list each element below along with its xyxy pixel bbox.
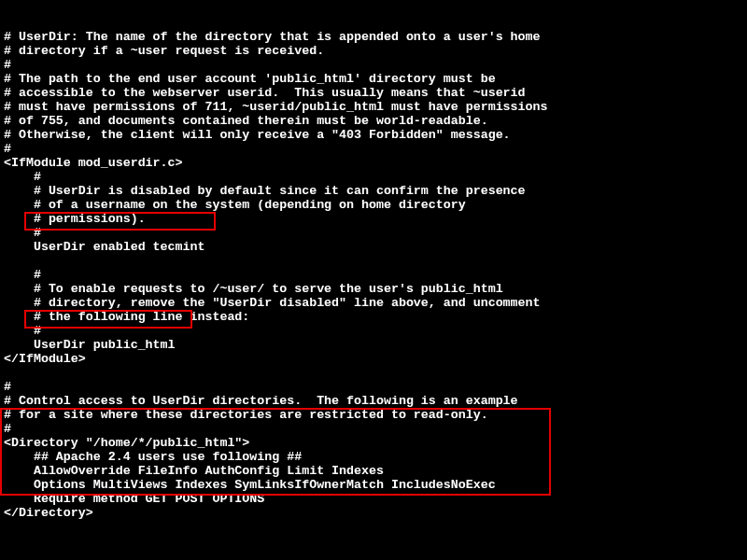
config-line: ## Apache 2.4 users use following ## xyxy=(4,450,743,464)
config-line: # To enable requests to /~user/ to serve… xyxy=(4,282,743,296)
terminal-window[interactable]: # UserDir: The name of the directory tha… xyxy=(0,0,747,560)
config-line: AllowOverride FileInfo AuthConfig Limit … xyxy=(4,464,743,478)
config-line: # of 755, and documents contained therei… xyxy=(4,114,743,128)
config-line: # Otherwise, the client will only receiv… xyxy=(4,128,743,142)
config-line: # xyxy=(4,58,743,72)
config-line: # must have permissions of 711, ~userid/… xyxy=(4,100,743,114)
config-line: # xyxy=(4,268,743,282)
config-line: # of a username on the system (depending… xyxy=(4,198,743,212)
config-line: # xyxy=(4,226,743,240)
config-line: # directory, remove the "UserDir disable… xyxy=(4,296,743,310)
config-line xyxy=(4,548,743,560)
config-line: # the following line instead: xyxy=(4,310,743,324)
config-line: # permissions). xyxy=(4,212,743,226)
config-line: </IfModule> xyxy=(4,352,743,366)
config-line: # xyxy=(4,170,743,184)
config-file-content: # UserDir: The name of the directory tha… xyxy=(4,30,743,560)
config-line: # Control access to UserDir directories.… xyxy=(4,394,743,408)
config-line: # accessible to the webserver userid. Th… xyxy=(4,86,743,100)
config-line: # xyxy=(4,422,743,436)
config-line xyxy=(4,254,743,268)
config-line: # xyxy=(4,324,743,338)
config-line: </Directory> xyxy=(4,506,743,520)
config-line xyxy=(4,520,743,534)
config-line xyxy=(4,366,743,380)
config-line: Require method GET POST OPTIONS xyxy=(4,492,743,506)
config-line: Options MultiViews Indexes SymLinksIfOwn… xyxy=(4,478,743,492)
config-line: UserDir enabled tecmint xyxy=(4,240,743,254)
config-line: # for a site where these directories are… xyxy=(4,408,743,422)
config-line: <Directory "/home/*/public_html"> xyxy=(4,436,743,450)
config-line: # UserDir is disabled by default since i… xyxy=(4,184,743,198)
config-line: # The path to the end user account 'publ… xyxy=(4,72,743,86)
config-line xyxy=(4,534,743,548)
config-line: <IfModule mod_userdir.c> xyxy=(4,156,743,170)
config-line: # directory if a ~user request is receiv… xyxy=(4,44,743,58)
config-line: # xyxy=(4,142,743,156)
config-line: # UserDir: The name of the directory tha… xyxy=(4,30,743,44)
config-line: # xyxy=(4,380,743,394)
config-line: UserDir public_html xyxy=(4,338,743,352)
